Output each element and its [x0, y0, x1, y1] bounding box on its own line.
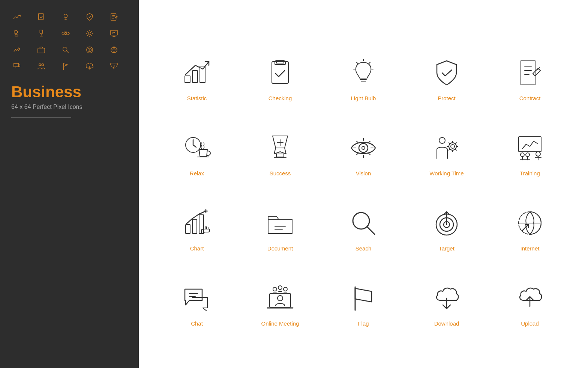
svg-point-107 [273, 287, 277, 291]
svg-rect-16 [38, 48, 45, 53]
mini-gear-icon [84, 28, 95, 39]
svg-rect-0 [38, 14, 43, 20]
mini-chart2-icon [11, 44, 22, 56]
mini-check-icon [36, 11, 47, 23]
icon-cell-download: Download [407, 263, 486, 330]
icon-cell-flag: Flag [324, 263, 403, 330]
svg-rect-27 [185, 76, 190, 83]
protect-icon [430, 56, 464, 90]
contract-label: Contract [519, 95, 541, 101]
search-label: Seach [356, 245, 372, 252]
svg-point-17 [63, 47, 67, 51]
svg-point-19 [87, 47, 93, 53]
working-time-icon [430, 131, 464, 165]
mini-statistic-icon [11, 11, 22, 23]
flag-label: Flag [358, 320, 369, 327]
svg-point-20 [88, 48, 92, 51]
training-label: Training [520, 170, 540, 176]
svg-rect-70 [519, 137, 541, 152]
target-icon [430, 206, 464, 240]
svg-point-49 [359, 143, 368, 152]
upload-icon [513, 281, 547, 315]
relax-icon [180, 131, 214, 165]
vision-label: Vision [356, 170, 371, 176]
mini-trophy-icon [36, 28, 47, 39]
statistic-icon [180, 56, 214, 90]
icon-cell-checking: Checking [240, 38, 320, 105]
internet-icon [513, 206, 547, 240]
sidebar: Business 64 x 64 Perfect Pixel Icons [0, 0, 139, 368]
search-icon [346, 206, 380, 240]
svg-line-69 [449, 149, 450, 150]
svg-line-66 [449, 143, 450, 144]
mini-people-icon [36, 61, 47, 72]
chat-label: Chat [191, 320, 203, 327]
mini-shield-icon [84, 11, 95, 23]
relax-label: Relax [190, 170, 204, 176]
icon-cell-statistic: Statistic [157, 38, 237, 105]
icon-cell-document: Document [240, 188, 320, 255]
mini-icon-grid [11, 11, 128, 72]
svg-line-91 [367, 227, 375, 234]
svg-point-1 [64, 14, 67, 18]
icon-cell-chart: Chart [157, 188, 237, 255]
statistic-label: Statistic [187, 95, 207, 101]
icon-cell-relax: Relax [157, 113, 237, 180]
icon-cell-search: Seach [324, 188, 403, 255]
svg-point-8 [14, 30, 18, 34]
svg-point-108 [278, 286, 282, 290]
icon-cell-protect: Protect [407, 38, 486, 105]
icon-cell-internet: Internet [490, 188, 570, 255]
icon-cell-target: Target [407, 188, 486, 255]
online-meeting-label: Online Meeting [261, 320, 299, 327]
mini-target-icon [84, 44, 95, 56]
icon-cell-vision: Vision [324, 113, 403, 180]
svg-point-59 [439, 137, 445, 143]
contract-icon [513, 56, 547, 90]
svg-point-71 [536, 152, 540, 156]
chat-icon [180, 281, 214, 315]
icon-cell-upload: Upload [490, 263, 570, 330]
svg-line-67 [455, 149, 456, 150]
svg-line-57 [369, 141, 370, 143]
mini-upload-icon [108, 61, 120, 72]
svg-line-35 [369, 62, 370, 63]
chart-icon [180, 206, 214, 240]
icon-cell-chat: Chat [157, 263, 237, 330]
document-icon [263, 206, 297, 240]
flag-icon [346, 281, 380, 315]
mini-presentation-icon [108, 28, 120, 39]
svg-rect-28 [192, 71, 198, 83]
vision-icon [346, 131, 380, 165]
svg-line-56 [369, 153, 370, 155]
sidebar-divider [11, 117, 71, 118]
svg-point-75 [526, 153, 530, 157]
svg-point-61 [451, 145, 454, 148]
svg-point-109 [284, 287, 287, 291]
svg-line-36 [357, 62, 358, 63]
svg-line-99 [522, 225, 528, 231]
svg-line-55 [357, 141, 358, 143]
download-icon [430, 281, 464, 315]
svg-rect-45 [276, 154, 284, 157]
lightbulb-icon [346, 56, 380, 90]
download-label: Download [434, 320, 459, 327]
chart-label: Chart [190, 245, 204, 252]
lightbulb-label: Light Bulb [351, 95, 376, 101]
icon-cell-online-meeting: Online Meeting [240, 263, 320, 330]
mini-relax-icon [11, 28, 22, 39]
svg-point-25 [42, 64, 44, 66]
document-label: Document [267, 245, 293, 252]
sidebar-subtitle: 64 x 64 Perfect Pixel Icons [11, 104, 128, 110]
protect-label: Protect [438, 95, 456, 101]
svg-rect-80 [186, 225, 190, 234]
icon-cell-working-time: Working Time [407, 113, 486, 180]
mini-download-icon [84, 61, 95, 72]
icon-cell-contract: Contract [490, 38, 570, 105]
icon-cell-training: Training [490, 113, 570, 180]
mini-briefcase-icon [36, 44, 47, 56]
success-label: Success [270, 170, 291, 176]
svg-line-58 [357, 153, 358, 155]
mini-chat-icon [11, 61, 22, 72]
internet-label: Internet [520, 245, 540, 252]
